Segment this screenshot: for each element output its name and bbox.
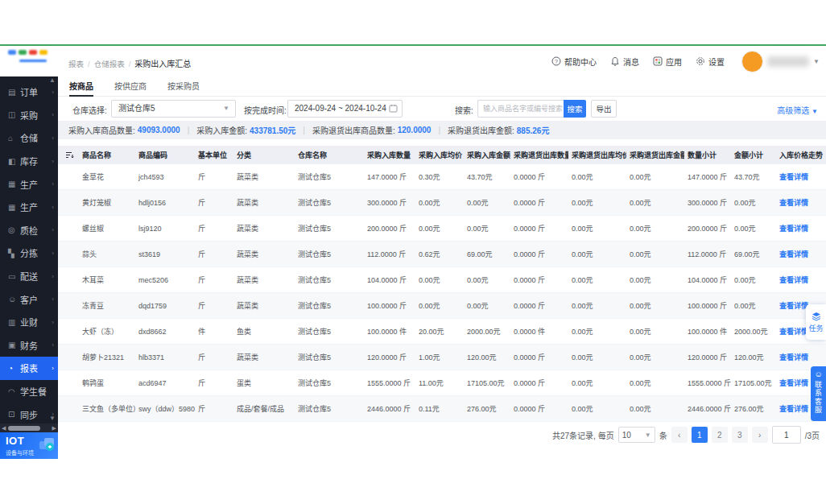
logo-bar-green	[19, 50, 27, 55]
table-cell: 测试仓库5	[295, 267, 364, 293]
tab-按供应商[interactable]: 按供应商	[114, 76, 147, 95]
sidebar-horizontal-scrollbar[interactable]: ◀ ▶	[0, 423, 58, 432]
table-cell: 0.00元	[568, 396, 626, 422]
sidebar-item-label: 报表	[20, 361, 38, 374]
scroll-right-icon[interactable]: ▶	[52, 425, 56, 432]
export-button[interactable]: 导出	[591, 100, 617, 118]
search-input[interactable]	[477, 100, 564, 118]
table-cell: 鹌鹑蛋	[79, 370, 135, 396]
sidebar-item-finance[interactable]: ▣财务›	[0, 334, 58, 357]
view-details-link[interactable]: 查看详情	[779, 353, 808, 361]
warehouse-select[interactable]: 测试仓库5 ▼	[111, 100, 236, 118]
chevron-right-icon: ›	[52, 180, 54, 188]
page-button-3[interactable]: 3	[732, 427, 748, 443]
view-details-link[interactable]: 查看详情	[779, 173, 808, 181]
table-cell: 112.0000 斤	[364, 242, 415, 267]
table-cell: 木耳菜	[79, 267, 135, 293]
sidebar-item-production2[interactable]: ▦生产›	[0, 196, 58, 219]
date-range-value: 2024-09-24 ~ 2024-10-24	[295, 104, 386, 113]
table-cell: 2000.00元	[464, 319, 510, 345]
row-spacer-cell	[58, 396, 79, 422]
report-icon: ◔	[8, 364, 20, 373]
nav-gear[interactable]: 设置	[696, 56, 725, 68]
page-button-2[interactable]: 2	[712, 427, 728, 443]
nav-help[interactable]: ?帮助中心	[551, 56, 597, 68]
sidebar-item-order[interactable]: ▤订单›	[0, 81, 58, 104]
sidebar-item-label: 财务	[20, 339, 38, 352]
nav-bell[interactable]: 消息	[610, 56, 639, 68]
page-button-1[interactable]: 1	[692, 427, 708, 443]
task-float-button[interactable]: 任务	[806, 304, 826, 340]
table-cell: 276.00元	[464, 396, 510, 422]
table-cell: 0.00元	[626, 370, 684, 396]
tab-按采购员[interactable]: 按采购员	[167, 76, 200, 95]
chevron-down-icon[interactable]: ▼	[813, 58, 820, 65]
table-cell: 测试仓库5	[295, 216, 364, 242]
view-details-link[interactable]: 查看详情	[779, 199, 808, 207]
sidebar-item-customer[interactable]: ☺客户›	[0, 287, 58, 311]
advanced-filter-toggle[interactable]: 高级筛选 ▼	[777, 104, 818, 116]
table-cell: 200.0000 斤	[364, 216, 415, 242]
sidebar-item-label: 学生餐	[20, 385, 47, 398]
sidebar-item-inventory[interactable]: ◧库存›	[0, 150, 58, 173]
table-cell: 11.00元	[415, 370, 464, 396]
table-cell: acd6947	[135, 370, 195, 396]
row-spacer-cell	[58, 293, 79, 319]
user-menu[interactable]: ▼	[741, 51, 820, 72]
avatar[interactable]	[741, 51, 763, 72]
contact-support-button[interactable]: ☺ 联系客服	[811, 366, 826, 421]
search-button[interactable]: 搜索	[564, 100, 586, 118]
sidebar-item-delivery[interactable]: ▭配送›	[0, 265, 58, 288]
table-cell: 17105.00元	[464, 370, 510, 396]
contact-label: 联系客服	[813, 381, 824, 415]
sidebar-item-label: 同步	[20, 408, 38, 421]
view-details-link[interactable]: 查看详情	[779, 405, 808, 413]
table-cell: 120.00元	[464, 345, 510, 370]
sidebar-item-label: 分拣	[20, 246, 38, 259]
page-jump-input[interactable]	[772, 426, 801, 444]
table-cell: 300.0000 斤	[684, 190, 731, 216]
table-cell: 2446.0000 斤	[684, 396, 731, 422]
sidebar-item-business-finance[interactable]: ▥业财›	[0, 311, 58, 334]
scroll-left-icon[interactable]: ◀	[2, 425, 6, 432]
table-cell: 蛋类	[233, 370, 295, 396]
table-cell: 17105.00元	[731, 370, 776, 396]
view-details-link[interactable]: 查看详情	[779, 379, 808, 387]
prev-page-button[interactable]: ‹	[671, 427, 688, 443]
view-details-link[interactable]: 查看详情	[779, 302, 808, 310]
view-details-link[interactable]: 查看详情	[779, 276, 808, 284]
table-row: 鹌鹑蛋acd6947斤蛋类测试仓库51555.0000 斤11.00元17105…	[58, 370, 826, 396]
table-cell: 蔬菜类	[233, 267, 295, 293]
help-icon: ?	[551, 56, 561, 66]
table-cell: 120.0000 斤	[364, 345, 415, 370]
table-cell: 0.11元	[415, 396, 464, 422]
nav-apps[interactable]: 应用	[653, 56, 682, 68]
scrollbar-thumb[interactable]	[8, 426, 40, 431]
view-details-link[interactable]: 查看详情	[779, 225, 808, 233]
tab-按商品[interactable]: 按商品	[69, 76, 93, 97]
iot-banner[interactable]: IOT 设备与环境	[0, 432, 58, 459]
table-cell: 螺丝椒	[79, 216, 135, 242]
inventory-icon: ◧	[8, 157, 20, 166]
sidebar-item-label: 仓储	[20, 131, 38, 144]
view-details-link[interactable]: 查看详情	[779, 250, 808, 258]
date-range-picker[interactable]: 2024-09-24 ~ 2024-10-24	[287, 100, 403, 118]
customer-icon: ☺	[8, 295, 20, 304]
sidebar-item-purchase[interactable]: ◫采购›	[0, 104, 58, 127]
sidebar-item-warehouse[interactable]: ⌂仓储›	[0, 126, 58, 150]
column-filter-icon[interactable]	[61, 151, 78, 159]
sidebar-item-quality[interactable]: ◎质检›	[0, 219, 58, 242]
sidebar-item-sorting[interactable]: ▚分拣›	[0, 242, 58, 265]
table-cell: 0.00元	[415, 190, 464, 216]
sidebar-item-label: 采购	[20, 109, 38, 122]
view-details-link[interactable]: 查看详情	[779, 328, 808, 336]
sidebar-item-report[interactable]: ◔报表›	[0, 357, 58, 380]
breadcrumb-item[interactable]: 报表	[68, 60, 84, 68]
sidebar-item-student-meal[interactable]: ◠学生餐	[0, 380, 58, 403]
next-page-button[interactable]: ›	[752, 427, 768, 443]
sidebar-scroll-down-icon[interactable]: ▼	[49, 415, 56, 422]
sidebar-item-production[interactable]: ▦生产›	[0, 172, 58, 196]
breadcrumb-item[interactable]: 仓储报表	[94, 60, 125, 68]
page-size-select[interactable]: 10 ▼	[618, 427, 655, 443]
chevron-right-icon: ›	[52, 250, 54, 257]
